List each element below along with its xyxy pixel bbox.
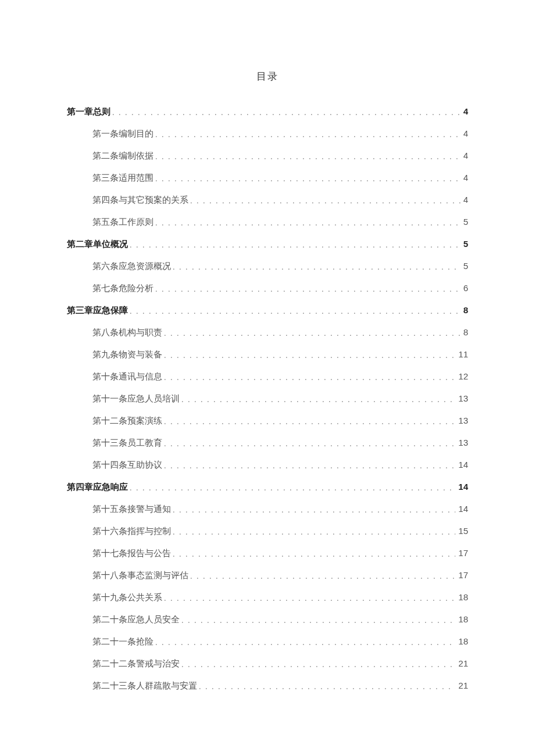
toc-item-label: 第三条适用范围 xyxy=(92,174,154,182)
toc-item-label: 第九条物资与装备 xyxy=(92,350,162,359)
toc-item-page: 4 xyxy=(462,173,468,182)
toc-chapter-page: 8 xyxy=(462,306,468,314)
toc-item-page: 4 xyxy=(462,195,468,204)
toc-item-page: 14 xyxy=(457,460,468,469)
toc-item-label: 第十四条互助协议 xyxy=(92,461,162,470)
toc-leader-dots xyxy=(181,661,455,669)
toc-chapter-row: 第四章应急响应14 xyxy=(67,476,468,498)
toc-item-page: 13 xyxy=(457,394,468,403)
toc-chapter-page: 4 xyxy=(462,107,468,116)
toc-title: 目录 xyxy=(67,70,468,83)
toc-item-row: 第二十三条人群疏散与安置21 xyxy=(67,675,468,697)
toc-leader-dots xyxy=(130,484,455,492)
toc-item-label: 第二条编制依据 xyxy=(92,152,154,160)
toc-item-page: 14 xyxy=(457,504,468,513)
toc-chapter-label: 第三章应急保障 xyxy=(67,306,128,314)
toc-item-page: 5 xyxy=(462,217,468,226)
toc-item-row: 第十二条预案演练13 xyxy=(67,410,468,432)
toc-item-page: 13 xyxy=(457,416,468,425)
toc-item-page: 17 xyxy=(457,571,468,579)
toc-leader-dots xyxy=(112,109,461,117)
toc-item-row: 第十条通讯与信息12 xyxy=(67,366,468,388)
toc-item-label: 第十一条应急人员培训 xyxy=(92,395,180,403)
toc-chapter-page: 5 xyxy=(462,239,468,248)
toc-item-page: 4 xyxy=(462,129,468,138)
toc-item-label: 第十三条员工教育 xyxy=(92,439,162,447)
toc-item-page: 13 xyxy=(457,438,468,447)
toc-item-page: 18 xyxy=(457,593,468,601)
toc-item-page: 18 xyxy=(457,637,468,646)
toc-item-page: 21 xyxy=(457,659,468,668)
toc-item-row: 第十九条公共关系18 xyxy=(67,586,468,608)
toc-leader-dots xyxy=(181,617,455,625)
toc-item-label: 第十七条报告与公告 xyxy=(92,549,171,558)
toc-item-row: 第二十一条抢险18 xyxy=(67,630,468,653)
toc-leader-dots xyxy=(190,572,455,581)
toc-item-page: 21 xyxy=(457,681,468,690)
toc-item-page: 5 xyxy=(462,261,468,270)
toc-leader-dots xyxy=(164,440,455,448)
toc-item-page: 11 xyxy=(457,350,468,359)
toc-item-label: 第一条编制目的 xyxy=(92,130,154,138)
toc-leader-dots xyxy=(164,374,455,382)
toc-leader-dots xyxy=(155,153,461,161)
toc-item-label: 第十条通讯与信息 xyxy=(92,372,162,381)
toc-leader-dots xyxy=(164,329,461,338)
toc-leader-dots xyxy=(164,462,455,470)
toc-leader-dots xyxy=(173,263,461,271)
toc-leader-dots xyxy=(164,418,455,426)
toc-item-row: 第十四条互助协议14 xyxy=(67,454,468,476)
toc-chapter-row: 第一章总则4 xyxy=(67,101,468,123)
toc-item-row: 第二十二条警戒与治安21 xyxy=(67,653,468,675)
toc-item-page: 6 xyxy=(462,284,468,292)
toc-item-label: 第十二条预案演练 xyxy=(92,417,162,425)
toc-list: 第一章总则4第一条编制目的4第二条编制依据4第三条适用范围4第四条与其它预案的关… xyxy=(67,101,468,697)
toc-item-row: 第七条危险分析6 xyxy=(67,277,468,299)
toc-item-row: 第二十条应急人员安全18 xyxy=(67,608,468,630)
toc-item-label: 第二十三条人群疏散与安置 xyxy=(92,682,197,690)
toc-item-page: 17 xyxy=(457,549,468,557)
toc-item-label: 第十六条指挥与控制 xyxy=(92,527,171,536)
toc-item-page: 12 xyxy=(457,372,468,381)
toc-item-row: 第十三条员工教育13 xyxy=(67,432,468,454)
toc-leader-dots xyxy=(181,396,455,404)
toc-item-page: 18 xyxy=(457,615,468,624)
toc-chapter-label: 第四章应急响应 xyxy=(67,482,128,491)
toc-item-label: 第七条危险分析 xyxy=(92,284,154,293)
toc-leader-dots xyxy=(164,352,455,360)
toc-chapter-row: 第三章应急保障8 xyxy=(67,299,468,321)
toc-item-row: 第一条编制目的4 xyxy=(67,123,468,145)
toc-item-row: 第十六条指挥与控制15 xyxy=(67,520,468,542)
toc-item-label: 第二十一条抢险 xyxy=(92,637,154,646)
toc-item-label: 第二十二条警戒与治安 xyxy=(92,660,180,668)
toc-item-row: 第十八条事态监测与评估17 xyxy=(67,564,468,586)
toc-leader-dots xyxy=(173,506,455,514)
toc-item-row: 第十七条报告与公告17 xyxy=(67,542,468,564)
toc-item-label: 第二十条应急人员安全 xyxy=(92,615,180,624)
toc-leader-dots xyxy=(199,683,455,691)
toc-item-label: 第四条与其它预案的关系 xyxy=(92,196,188,205)
toc-item-label: 第十五条接警与通知 xyxy=(92,505,171,514)
toc-leader-dots xyxy=(155,285,461,293)
toc-item-row: 第八条机构与职责8 xyxy=(67,321,468,343)
toc-item-row: 第十五条接警与通知14 xyxy=(67,498,468,520)
toc-leader-dots xyxy=(155,639,455,647)
toc-item-row: 第九条物资与装备11 xyxy=(67,343,468,366)
toc-leader-dots xyxy=(155,219,461,227)
toc-leader-dots xyxy=(190,197,461,205)
toc-chapter-row: 第二章单位概况5 xyxy=(67,233,468,255)
toc-chapter-label: 第一章总则 xyxy=(67,107,110,116)
toc-leader-dots xyxy=(164,594,455,603)
page-container: 目录 第一章总则4第一条编制目的4第二条编制依据4第三条适用范围4第四条与其它预… xyxy=(0,0,535,756)
toc-item-row: 第二条编制依据4 xyxy=(67,145,468,167)
toc-item-label: 第六条应急资源概况 xyxy=(92,262,171,271)
toc-chapter-label: 第二章单位概况 xyxy=(67,239,128,248)
toc-leader-dots xyxy=(130,307,461,316)
toc-item-row: 第四条与其它预案的关系4 xyxy=(67,189,468,211)
toc-item-page: 4 xyxy=(462,151,468,160)
toc-item-label: 第十八条事态监测与评估 xyxy=(92,571,188,580)
toc-item-page: 15 xyxy=(457,526,468,535)
toc-leader-dots xyxy=(173,550,455,558)
toc-leader-dots xyxy=(155,131,461,139)
toc-leader-dots xyxy=(155,175,461,183)
